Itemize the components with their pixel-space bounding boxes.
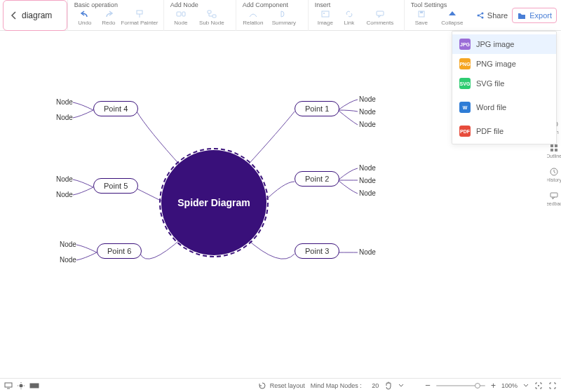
zoom-out-button[interactable]: − — [425, 380, 431, 391]
leaf-node[interactable]: Node — [359, 248, 376, 256]
leaf-node[interactable]: Node — [359, 121, 376, 128]
export-menu: JPGJPG image PNGPNG image SVGSVG file WW… — [452, 31, 557, 144]
svg-rect-14 — [550, 144, 553, 147]
zoom-slider[interactable] — [436, 385, 485, 386]
insert-image-button[interactable]: Image — [314, 9, 337, 26]
insert-link-button[interactable]: Link — [338, 9, 360, 26]
share-button[interactable]: Share — [476, 11, 508, 20]
node-count: Mind Map Nodes : 20 — [311, 382, 379, 389]
group-tool-settings: Tool Settings Save Collapse — [404, 0, 476, 31]
svg-rect-20 — [5, 383, 12, 387]
svg-rect-9 — [420, 11, 423, 13]
leaf-node[interactable]: Node — [56, 114, 73, 121]
chevron-down-icon[interactable] — [398, 383, 404, 388]
share-icon — [476, 11, 485, 20]
leaf-node[interactable]: Node — [60, 256, 76, 264]
redo-button[interactable]: Redo — [97, 9, 120, 26]
chevron-down-icon[interactable] — [523, 383, 529, 388]
relation-button[interactable]: Relation — [242, 9, 264, 26]
monitor-icon[interactable] — [4, 382, 13, 389]
fullscreen-icon[interactable] — [548, 381, 557, 390]
svg-rect-0 — [137, 11, 142, 14]
hand-icon[interactable] — [384, 381, 393, 390]
svg-rect-4 — [212, 15, 216, 18]
doc-title: diagram — [22, 11, 52, 20]
undo-button[interactable]: Undo — [74, 9, 96, 26]
svg-point-6 — [323, 13, 325, 14]
leaf-node[interactable]: Node — [60, 241, 76, 248]
group-add-node: Add Node Node Sub Node — [163, 0, 236, 31]
zoom-in-button[interactable]: + — [491, 381, 496, 391]
leaf-node[interactable]: Node — [56, 191, 73, 198]
zoom-value: 100% — [501, 382, 518, 389]
svg-rect-19 — [550, 193, 557, 197]
svg-rect-17 — [555, 149, 557, 151]
status-bar: Reset layout Mind Map Nodes : 20 − + 100… — [0, 378, 561, 392]
export-svg[interactable]: SVGSVG file — [452, 74, 556, 93]
center-node[interactable]: Spider Diagram — [161, 150, 266, 255]
svg-rect-22 — [30, 384, 39, 388]
collapse-button[interactable]: Collapse — [434, 9, 471, 26]
reset-layout-button[interactable]: Reset layout — [259, 382, 305, 389]
fit-icon[interactable] — [534, 381, 543, 390]
add-node-button[interactable]: Node — [170, 9, 192, 26]
title-bar[interactable]: diagram — [3, 0, 67, 31]
rail-outline[interactable]: Outline — [546, 143, 561, 158]
group-insert: Insert Image Link Comments — [308, 0, 404, 31]
rail-history[interactable]: History — [546, 167, 561, 182]
svg-rect-5 — [322, 11, 329, 17]
svg-rect-3 — [208, 11, 211, 13]
leaf-node[interactable]: Node — [56, 175, 73, 183]
format-painter-button[interactable]: Format Painter — [121, 9, 158, 26]
svg-rect-16 — [550, 149, 553, 151]
reset-icon — [259, 382, 266, 389]
svg-rect-2 — [182, 12, 185, 16]
export-jpg[interactable]: JPGJPG image — [452, 34, 556, 54]
sun-icon[interactable] — [17, 381, 25, 390]
node-point-2[interactable]: Point 2 — [295, 171, 339, 187]
leaf-node[interactable]: Node — [359, 95, 376, 103]
svg-rect-1 — [177, 12, 181, 16]
svg-point-23 — [538, 385, 539, 386]
back-icon — [11, 11, 18, 20]
leaf-node[interactable]: Node — [359, 108, 376, 116]
svg-point-21 — [20, 384, 23, 387]
node-point-5[interactable]: Point 5 — [93, 178, 138, 194]
leaf-node[interactable]: Node — [359, 177, 376, 184]
summary-button[interactable]: Summary — [266, 9, 302, 26]
export-png[interactable]: PNGPNG image — [452, 54, 556, 74]
export-pdf[interactable]: PDFPDF file — [452, 121, 556, 141]
svg-rect-15 — [555, 144, 557, 147]
save-button[interactable]: Save — [410, 9, 433, 26]
svg-rect-7 — [377, 11, 384, 15]
add-subnode-button[interactable]: Sub Node — [194, 9, 230, 26]
leaf-node[interactable]: Node — [56, 98, 73, 106]
keyboard-icon[interactable] — [29, 382, 39, 389]
leaf-node[interactable]: Node — [359, 189, 376, 197]
comments-button[interactable]: Comments — [362, 9, 398, 26]
export-button[interactable]: Export — [512, 8, 557, 23]
node-point-3[interactable]: Point 3 — [295, 243, 339, 259]
export-word[interactable]: WWord file — [452, 97, 556, 117]
node-point-6[interactable]: Point 6 — [97, 243, 142, 259]
export-icon — [517, 11, 527, 20]
group-basic-operation: Basic operation Undo Redo Format Painter — [67, 0, 163, 31]
leaf-node[interactable]: Node — [359, 164, 376, 172]
node-point-1[interactable]: Point 1 — [295, 101, 339, 116]
node-point-4[interactable]: Point 4 — [93, 101, 138, 116]
group-add-component: Add Component Relation Summary — [236, 0, 308, 31]
